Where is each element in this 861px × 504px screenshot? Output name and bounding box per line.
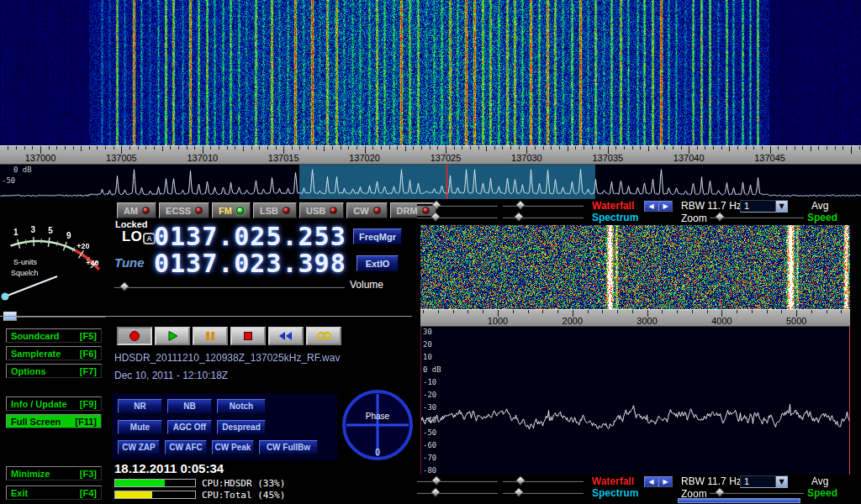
sidebar-button-options[interactable]: Options[F7] — [6, 364, 102, 378]
scale-tick — [292, 146, 293, 150]
zoom-slider[interactable] — [710, 488, 804, 497]
play-button[interactable] — [155, 327, 190, 345]
af-frequency-scale[interactable]: 10002000300040005000 — [420, 309, 850, 327]
waterfall-lower-slider[interactable] — [503, 201, 584, 210]
tune-frequency-value[interactable]: 0137.023.398 — [154, 250, 346, 276]
lo-frequency-value[interactable]: 0137.025.253 — [154, 223, 346, 249]
display-controls-bottom: WaterfallSpectrum◀▶RBW 11.7 HzZoom1▼AvgS… — [414, 475, 861, 504]
sidebar-button-minimize[interactable]: Minimize[F3] — [6, 466, 102, 480]
pause-button[interactable] — [193, 327, 228, 345]
sidebar-button-samplerate[interactable]: Samplerate[F6] — [6, 346, 102, 360]
avg-select[interactable]: 1▼ — [740, 200, 788, 213]
waterfall-lower-slider-thumb[interactable] — [516, 475, 526, 485]
toggle-right-arrow-button[interactable]: ▶ — [658, 201, 673, 212]
stop-button[interactable] — [230, 327, 266, 345]
dsp-button-notch[interactable]: Notch — [217, 399, 266, 413]
mode-button-cw[interactable]: CW — [346, 202, 387, 218]
spectrum-lower-slider-thumb[interactable] — [515, 212, 524, 221]
spectrum-lower-slider[interactable] — [503, 488, 584, 497]
mode-button-am[interactable]: AM — [117, 202, 156, 218]
scale-tick — [89, 146, 90, 150]
mode-button-usb[interactable]: USB — [299, 202, 344, 218]
mode-button-ecss[interactable]: ECSS — [159, 202, 209, 218]
scale-tick — [170, 146, 171, 150]
record-button[interactable] — [117, 327, 152, 345]
sidebar-button-info-update[interactable]: Info / Update[F9] — [6, 396, 102, 411]
display-controls-top: WaterfallSpectrum◀▶RBW 11.7 HzZoom1▼AvgS… — [414, 200, 861, 223]
dsp-button-nr[interactable]: NR — [118, 399, 162, 413]
spectrum-upper-slider[interactable] — [417, 213, 498, 222]
toggle-right-arrow-button[interactable]: ▶ — [658, 476, 673, 487]
mode-button-lsb[interactable]: LSB — [253, 202, 297, 218]
dsp-button-cw-peak[interactable]: CW Peak — [212, 440, 254, 454]
waterfall-lower-slider[interactable] — [503, 476, 584, 486]
waterfall-upper-slider[interactable] — [417, 476, 498, 486]
record-icon — [125, 330, 144, 342]
spectrum-upper-slider-thumb[interactable] — [430, 212, 440, 221]
sidebar-button-full-screen[interactable]: Full Screen[F11] — [6, 414, 102, 428]
smeter-scale-number: 3 — [31, 225, 36, 234]
waterfall-spectrum-toggle: ◀▶ — [644, 201, 673, 212]
toggle-left-arrow-button[interactable]: ◀ — [644, 201, 658, 212]
rf-waterfall-display[interactable] — [0, 0, 861, 145]
af-db-label: -70 — [423, 454, 436, 462]
combo-dropdown-arrow-icon[interactable]: ▼ — [775, 476, 787, 487]
smeter-tick-minor — [56, 241, 57, 246]
volume-slider-thumb[interactable] — [119, 281, 129, 291]
af-waterfall-display[interactable] — [420, 225, 850, 309]
waterfall-lower-slider-thumb[interactable] — [516, 200, 526, 209]
spectrum-mode-label[interactable]: Spectrum — [592, 212, 638, 223]
volume-slider[interactable] — [114, 281, 345, 292]
sidebar-button-key: [F7] — [80, 366, 97, 376]
cpu-hdsdr-label: CPU:HDSDR (33%) — [202, 478, 285, 489]
rf-frequency-scale[interactable]: 1370001370051370101370151370201370251370… — [0, 145, 861, 165]
waterfall-upper-slider-thumb[interactable] — [431, 475, 441, 485]
smeter-squelch-label: Squelch — [11, 269, 39, 277]
spectrum-upper-slider-thumb[interactable] — [430, 487, 440, 496]
loop-button[interactable] — [306, 327, 341, 345]
waterfall-mode-label[interactable]: Waterfall — [592, 200, 634, 212]
zoom-slider-thumb[interactable] — [715, 212, 724, 221]
freqmgr-button[interactable]: FreqMgr — [353, 228, 402, 244]
avg-select[interactable]: 1▼ — [740, 475, 788, 488]
dsp-button-agc-off[interactable]: AGC Off — [167, 420, 212, 434]
scale-tick — [677, 310, 678, 313]
dsp-button-nb[interactable]: NB — [167, 399, 212, 413]
toggle-left-arrow-button[interactable]: ◀ — [644, 476, 658, 487]
mode-button-fm[interactable]: FM — [212, 202, 251, 218]
mode-button-label: USB — [306, 206, 325, 216]
spectrum-upper-slider[interactable] — [417, 488, 498, 497]
sidebar-button-soundcard[interactable]: Soundcard[F5] — [6, 328, 102, 343]
spectrum-lower-slider[interactable] — [503, 213, 584, 222]
zoom-range-indicator[interactable] — [678, 498, 800, 503]
spectrum-lower-slider-thumb[interactable] — [515, 487, 524, 496]
waterfall-mode-label[interactable]: Waterfall — [592, 475, 634, 487]
rewind-button[interactable] — [268, 327, 304, 345]
scale-tick — [575, 146, 576, 150]
scale-tick — [105, 146, 106, 150]
dsp-button-cw-afc[interactable]: CW AFC — [165, 440, 207, 454]
af-spectrum-display[interactable] — [420, 327, 850, 475]
rf-frequency-tick-label: 137020 — [349, 153, 380, 163]
dsp-button-mute[interactable]: Mute — [118, 420, 162, 434]
speed-label: Speed — [807, 212, 837, 223]
scale-tick — [276, 146, 277, 150]
waterfall-upper-slider-thumb[interactable] — [431, 200, 441, 209]
scale-tick — [568, 146, 568, 151]
zoom-slider-thumb[interactable] — [715, 487, 724, 496]
spectrum-mode-label[interactable]: Spectrum — [592, 487, 638, 499]
zoom-slider[interactable] — [710, 213, 804, 222]
dsp-button-cw-fullbw[interactable]: CW FullBw — [259, 440, 318, 454]
extio-button[interactable]: ExtIO — [357, 255, 399, 271]
rf-spectrum-display[interactable] — [0, 165, 861, 199]
combo-dropdown-arrow-icon[interactable]: ▼ — [775, 201, 787, 212]
scale-tick — [648, 146, 649, 151]
scale-tick — [413, 146, 414, 150]
sidebar-button-label: Full Screen — [11, 417, 61, 427]
waterfall-upper-slider[interactable] — [417, 201, 498, 210]
dsp-button-cw-zap[interactable]: CW ZAP — [118, 440, 160, 454]
rf-db-label-top: 0 dB — [13, 165, 32, 174]
rbw-value: RBW 11.7 Hz — [681, 475, 742, 487]
sidebar-button-exit[interactable]: Exit[F4] — [6, 486, 102, 500]
dsp-button-despread[interactable]: Despread — [217, 420, 266, 434]
